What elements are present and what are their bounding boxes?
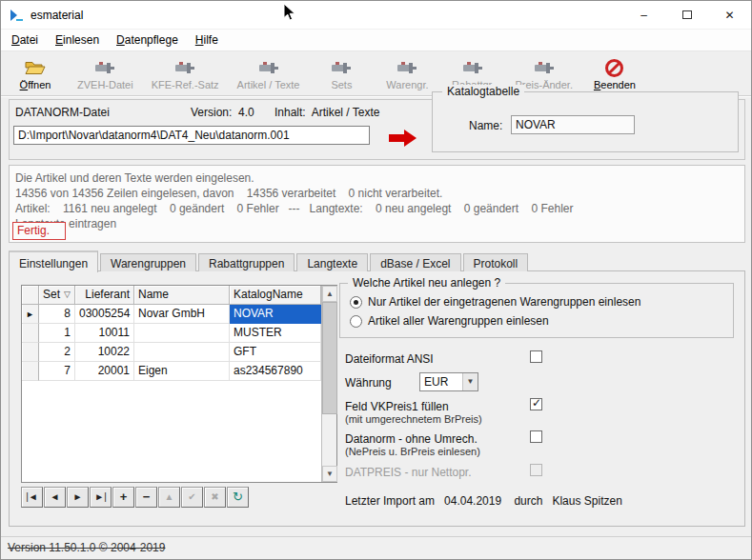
menu-datenpflege[interactable]: Datenpflege [108,30,187,50]
scrollbar-thumb[interactable] [322,302,337,414]
grid-indicator-header [22,286,39,305]
vkpreis-checkbox[interactable] [530,398,542,410]
cell-set[interactable]: 1 [39,324,75,343]
cell-name[interactable]: Novar GmbH [134,305,230,324]
nav-first-button[interactable]: |◄ [21,487,43,508]
file-path-field[interactable] [13,126,370,145]
tab-einstellungen[interactable]: Einstellungen [9,250,98,272]
table-row: 1 10011 MUSTER [22,324,321,343]
nav-post-button[interactable]: ✔ [181,487,203,508]
nav-next-button[interactable]: ► [67,487,89,508]
radio-nur-eingetragene-warengruppen[interactable]: Nur Artikel der eingetragenen Warengrupp… [350,295,640,309]
artikel-anlegen-title: Welche Artikel neu anlegen ? [348,276,505,290]
column-header-katalogname[interactable]: KatalogName [230,286,321,305]
status-bar: Version 11.50.1.0 © 2004-2019 [1,536,751,559]
currency-label: Währung [345,376,392,390]
machine-tool-icon [396,59,417,77]
progress-line-2: 14356 von 14356 Zeilen eingelesen, davon… [15,186,739,201]
katalogtabelle-title: Katalogtabelle [442,85,524,98]
toolbar-button-artikel-texte[interactable]: Artikel / Texte [233,53,305,95]
table-row: ► 8 03005254 Novar GmbH NOVAR [22,305,321,324]
column-header-lieferant[interactable]: Lieferant [75,286,134,305]
toolbar-button-sets[interactable]: Sets [313,53,370,95]
machine-tool-icon [534,59,555,77]
nav-insert-button[interactable]: + [112,487,134,508]
nav-last-button[interactable]: ►| [90,487,112,508]
sets-grid: Set ▽ Lieferant Name KatalogName ► 8 030… [21,285,337,483]
tab-rabattgruppen[interactable]: Rabattgruppen [198,253,295,271]
vkpreis-label: Feld VKPreis1 füllen [345,400,449,413]
nav-delete-button[interactable]: − [135,487,157,508]
ansi-checkbox[interactable] [530,350,542,363]
toolbar-button-beenden[interactable]: Beenden [586,53,643,95]
last-import-label: Letzter Import am 04.04.2019 durch Klaus… [345,494,622,508]
machine-tool-icon [331,59,352,77]
grid-vertical-scrollbar[interactable]: ▲ ▼ [321,286,336,482]
red-arrow-icon [389,130,419,147]
datpreis-label: DATPREIS - nur Nettopr. [345,466,472,479]
tab-langtexte[interactable]: Langtexte [296,253,368,271]
cell-name[interactable] [134,324,230,343]
ansi-label: Dateiformat ANSI [345,352,434,366]
mouse-cursor [283,3,296,25]
currency-value: EUR [420,373,462,390]
scroll-up-icon[interactable]: ▲ [322,286,337,302]
cell-katalogname[interactable]: GFT [230,343,321,362]
toolbar-button-zveh-datei[interactable]: ZVEH-Datei [72,53,138,95]
app-window: esmaterial – ✕ Datei Einlesen Datenpfleg… [0,0,752,560]
inhalt-label: Inhalt: Artikel / Texte [274,106,380,119]
cell-lieferant[interactable]: 10011 [75,324,134,343]
umrech-label: Datanorm - ohne Umrech. [345,432,478,446]
cell-katalogname[interactable]: MUSTER [230,324,321,343]
progress-panel: Die Artikel und deren Texte werden einge… [9,165,745,243]
datpreis-checkbox [530,464,542,476]
menu-datei[interactable]: Datei [3,30,47,50]
toolbar-button-warengr[interactable]: Warengr. [378,53,436,95]
nav-refresh-button[interactable]: ↻ [227,487,249,508]
cell-name[interactable]: Eigen [134,362,230,381]
umrech-checkbox[interactable] [530,430,542,443]
app-icon [9,8,24,23]
chevron-down-icon[interactable]: ▼ [462,373,478,390]
minimize-button[interactable]: – [622,1,665,30]
katalog-name-label: Name: [469,119,502,132]
progress-line-3: Artikel: 1161 neu angelegt 0 geändert 0 … [15,201,739,216]
artikel-anlegen-group: Welche Artikel neu anlegen ? Nur Artikel… [339,283,734,338]
current-row-indicator: ► [22,305,39,324]
column-header-set[interactable]: Set ▽ [39,286,75,305]
grid-header-row: Set ▽ Lieferant Name KatalogName [22,286,321,305]
katalog-name-field[interactable] [511,115,635,134]
progress-line-4: Langtexte eintragen [15,216,739,231]
cell-set[interactable]: 8 [39,305,75,324]
column-header-name[interactable]: Name [134,286,230,305]
tab-protokoll[interactable]: Protokoll [463,253,529,271]
no-entry-icon [605,59,623,77]
nav-prior-button[interactable]: ◄ [44,487,66,508]
nav-cancel-button[interactable]: ✖ [204,487,226,508]
maximize-button[interactable] [665,1,708,30]
radio-alle-warengruppen[interactable]: Artikel aller Warengruppen einlesen [350,314,549,328]
cell-katalogname-selected[interactable]: NOVAR [230,305,321,324]
cell-set[interactable]: 2 [39,343,75,362]
radio-icon[interactable] [350,296,362,309]
close-button[interactable]: ✕ [708,1,751,30]
window-title: esmaterial [30,9,83,22]
sort-indicator-icon[interactable]: ▽ [64,286,71,304]
tab-dbase-excel[interactable]: dBase / Excel [370,253,460,271]
toolbar-button-kfe-ref-satz[interactable]: KFE-Ref.-Satz [147,53,224,95]
toolbar-button-oeffnen[interactable]: Öffnen [7,53,64,95]
cell-lieferant[interactable]: 10022 [75,343,134,362]
scroll-down-icon[interactable]: ▼ [322,466,337,482]
tab-strip: Einstellungen Warengruppen Rabattgruppen… [9,250,530,271]
nav-edit-button[interactable]: ▲ [158,487,180,508]
menu-hilfe[interactable]: Hilfe [187,30,227,50]
cell-lieferant[interactable]: 20001 [75,362,134,381]
menu-einlesen[interactable]: Einlesen [47,30,108,50]
tab-warengruppen[interactable]: Warengruppen [100,253,196,271]
cell-set[interactable]: 7 [39,362,75,381]
cell-name[interactable] [134,343,230,362]
cell-katalogname[interactable]: as234567890 [230,362,321,381]
currency-select[interactable]: EUR ▼ [419,372,478,391]
cell-lieferant[interactable]: 03005254 [75,305,134,324]
radio-icon[interactable] [350,315,362,328]
